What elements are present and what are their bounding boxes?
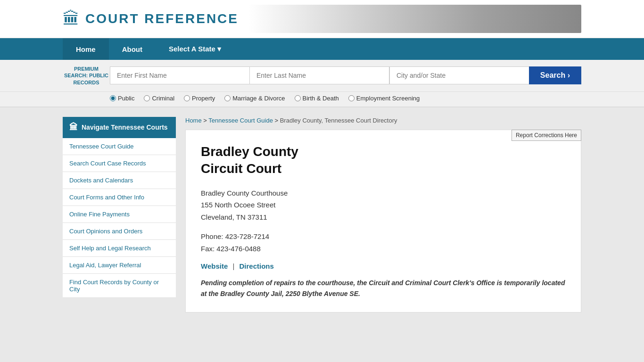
search-bar: PREMIUM SEARCH: PUBLIC RECORDS Search › bbox=[0, 60, 644, 92]
last-name-input[interactable] bbox=[249, 66, 389, 84]
sidebar: 🏛 Navigate Tennessee Courts Tennessee Co… bbox=[63, 117, 176, 313]
nav-item-select-state[interactable]: Select A State ▾ bbox=[156, 38, 234, 60]
court-phone: Phone: 423-728-7214 Fax: 423-476-0488 bbox=[201, 230, 566, 255]
radio-marriage-divorce[interactable]: Marriage & Divorce bbox=[224, 95, 285, 102]
search-button[interactable]: Search › bbox=[529, 66, 581, 84]
page-header: 🏛 COURT REFERENCE bbox=[0, 0, 644, 38]
radio-public[interactable]: Public bbox=[110, 95, 134, 102]
radio-criminal[interactable]: Criminal bbox=[144, 95, 174, 102]
sidebar-item-case-records[interactable]: Search Court Case Records bbox=[63, 155, 176, 172]
main-navigation: Home About Select A State ▾ bbox=[0, 38, 644, 60]
sidebar-item-court-guide[interactable]: Tennessee Court Guide bbox=[63, 138, 176, 155]
city-state-input[interactable] bbox=[389, 66, 529, 84]
logo-icon: 🏛 bbox=[63, 10, 80, 27]
court-notice: Pending completion of repairs to the cou… bbox=[201, 278, 566, 299]
nav-item-about[interactable]: About bbox=[109, 38, 156, 60]
website-link[interactable]: Website bbox=[201, 262, 228, 270]
logo: 🏛 COURT REFERENCE bbox=[63, 10, 239, 27]
court-address: Bradley County Courthouse 155 North Ocoe… bbox=[201, 187, 566, 223]
search-filter-row: Public Criminal Property Marriage & Divo… bbox=[0, 92, 644, 107]
sidebar-item-find-records[interactable]: Find Court Records by County or City bbox=[63, 274, 176, 298]
report-corrections-button[interactable]: Report Corrections Here bbox=[512, 130, 581, 141]
sidebar-item-legal-aid[interactable]: Legal Aid, Lawyer Referral bbox=[63, 257, 176, 274]
first-name-input[interactable] bbox=[110, 66, 249, 84]
breadcrumb-current: Bradley County, Tennessee Court Director… bbox=[280, 117, 397, 124]
logo-text: COURT REFERENCE bbox=[85, 11, 239, 26]
search-inputs: Search › bbox=[110, 66, 581, 84]
court-links: Website | Directions bbox=[201, 262, 566, 270]
court-card: Bradley County Circuit Court Bradley Cou… bbox=[185, 130, 581, 313]
main-content: 🏛 Navigate Tennessee Courts Tennessee Co… bbox=[0, 107, 644, 331]
sidebar-item-opinions[interactable]: Court Opinions and Orders bbox=[63, 223, 176, 240]
breadcrumb: Home > Tennessee Court Guide > Bradley C… bbox=[185, 117, 581, 124]
content-area: Home > Tennessee Court Guide > Bradley C… bbox=[185, 117, 581, 313]
sidebar-heading: Navigate Tennessee Courts bbox=[82, 123, 168, 131]
link-separator: | bbox=[232, 262, 234, 270]
radio-property[interactable]: Property bbox=[184, 95, 215, 102]
sidebar-item-self-help[interactable]: Self Help and Legal Research bbox=[63, 240, 176, 257]
sidebar-item-court-forms[interactable]: Court Forms and Other Info bbox=[63, 189, 176, 206]
nav-item-home[interactable]: Home bbox=[63, 38, 109, 60]
sidebar-header: 🏛 Navigate Tennessee Courts bbox=[63, 117, 176, 138]
sidebar-item-dockets[interactable]: Dockets and Calendars bbox=[63, 172, 176, 189]
navigate-icon: 🏛 bbox=[69, 123, 78, 132]
premium-label: PREMIUM SEARCH: PUBLIC RECORDS bbox=[63, 66, 110, 86]
sidebar-item-fine-payments[interactable]: Online Fine Payments bbox=[63, 206, 176, 223]
court-title: Bradley County Circuit Court bbox=[201, 143, 566, 178]
radio-employment[interactable]: Employment Screening bbox=[348, 95, 420, 102]
header-background-image bbox=[248, 5, 581, 33]
directions-link[interactable]: Directions bbox=[239, 262, 274, 270]
breadcrumb-home[interactable]: Home bbox=[185, 117, 202, 124]
breadcrumb-guide[interactable]: Tennessee Court Guide bbox=[208, 117, 273, 124]
radio-birth-death[interactable]: Birth & Death bbox=[295, 95, 339, 102]
